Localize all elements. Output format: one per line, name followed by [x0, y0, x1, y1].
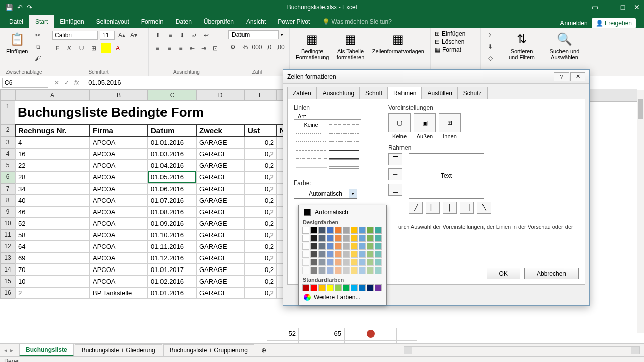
color-swatch[interactable] — [375, 243, 382, 250]
border-hmid-icon[interactable]: ─ — [388, 168, 403, 180]
maximize-icon[interactable]: □ — [616, 0, 630, 14]
color-swatch[interactable] — [375, 235, 382, 242]
color-swatch[interactable] — [343, 267, 350, 274]
cell-E15[interactable]: 0,2 — [245, 276, 277, 287]
cell-D11[interactable]: GARAGE — [196, 229, 245, 241]
tab-seitenlayout[interactable]: Seitenlayout — [90, 15, 135, 28]
col-B[interactable]: B — [90, 89, 148, 101]
cell-C13[interactable]: 01.12.2016 — [148, 252, 196, 264]
sheet-tab-1[interactable]: Buchungsliste — [19, 344, 74, 356]
color-swatch[interactable] — [302, 235, 309, 242]
cell-H15[interactable]: 65 — [299, 328, 344, 341]
color-swatch[interactable] — [327, 243, 334, 250]
number-format-dropdown[interactable]: Datum — [228, 30, 279, 39]
color-swatch[interactable] — [359, 259, 366, 266]
row-5[interactable]: 5 — [0, 160, 15, 171]
col-C[interactable]: C — [148, 89, 196, 101]
format-painter-icon[interactable]: 🖌 — [33, 53, 43, 63]
color-swatch[interactable] — [302, 284, 309, 291]
insert-cells-button[interactable]: ⊞ Einfügen — [435, 30, 476, 37]
underline-button[interactable]: U — [76, 43, 87, 53]
cell-A12[interactable]: 64 — [15, 241, 90, 252]
border-diag2-icon[interactable]: ╲ — [477, 202, 491, 214]
inc-decimal-icon[interactable]: ,0 — [264, 42, 274, 52]
color-swatch[interactable] — [302, 251, 309, 258]
cell-B9[interactable]: APCOA — [90, 206, 148, 218]
cell-A15[interactable]: 10 — [15, 276, 90, 287]
cell-A14[interactable]: 70 — [15, 264, 90, 276]
color-swatch[interactable] — [359, 284, 366, 291]
qat-redo-icon[interactable]: ↷ — [27, 4, 32, 11]
cell-B11[interactable]: APCOA — [90, 229, 148, 241]
color-swatch[interactable] — [302, 259, 309, 266]
shrink-font-icon[interactable]: A▾ — [129, 30, 139, 40]
vertical-scrollbar[interactable] — [638, 99, 643, 119]
color-automatic-option[interactable]: Automatisch — [301, 207, 384, 217]
cell-C6[interactable]: 01.05.2016 — [148, 171, 196, 183]
color-swatch[interactable] — [343, 235, 350, 242]
inc-indent-icon[interactable]: ⇥ — [199, 43, 208, 53]
currency-icon[interactable]: ⚙ — [228, 42, 238, 52]
dec-indent-icon[interactable]: ⇤ — [187, 43, 197, 53]
color-swatch[interactable] — [359, 243, 366, 250]
cell-B7[interactable]: APCOA — [90, 183, 148, 195]
minimize-icon[interactable]: — — [602, 0, 616, 14]
border-left-icon[interactable]: ▏ — [426, 202, 440, 214]
clear-icon[interactable]: ◇ — [485, 53, 495, 63]
color-swatch[interactable] — [335, 235, 342, 242]
cell-D9[interactable]: GARAGE — [196, 206, 245, 218]
format-cells-button[interactable]: ▦ Format — [435, 46, 476, 53]
anmelden-link[interactable]: Anmelden — [560, 20, 588, 27]
color-swatch[interactable] — [367, 251, 374, 258]
more-colors-option[interactable]: Weitere Farben... — [301, 292, 384, 303]
color-swatch[interactable] — [310, 284, 317, 291]
cell-B15[interactable]: APCOA — [90, 276, 148, 287]
align-top-icon[interactable]: ⬆ — [153, 30, 163, 40]
cell-D6[interactable]: GARAGE — [196, 171, 245, 183]
row-15[interactable]: 15 — [0, 276, 15, 287]
cell-E4[interactable]: 0,2 — [245, 148, 277, 160]
color-swatch[interactable] — [310, 259, 317, 266]
color-swatch[interactable] — [367, 227, 374, 234]
color-swatch[interactable] — [335, 259, 342, 266]
color-swatch[interactable] — [335, 243, 342, 250]
comma-icon[interactable]: 000 — [252, 42, 262, 52]
tab-einfuegen[interactable]: Einfügen — [54, 15, 90, 28]
hdr-datum[interactable]: Datum — [148, 124, 196, 137]
hdr-rechnungs-nr[interactable]: Rechnugs Nr. — [15, 124, 90, 137]
dlg-tab-schutz[interactable]: Schutz — [458, 87, 488, 99]
color-swatch[interactable] — [318, 251, 326, 258]
cut-icon[interactable]: ✂ — [33, 30, 43, 40]
color-swatch[interactable] — [327, 251, 334, 258]
cell-A8[interactable]: 40 — [15, 195, 90, 206]
color-swatch[interactable] — [310, 267, 317, 274]
cell-D15[interactable]: GARAGE — [196, 276, 245, 287]
cell-B16[interactable]: BP Tankstelle — [90, 287, 148, 299]
cell-A13[interactable]: 69 — [15, 252, 90, 264]
preset-inside[interactable]: ⊞ — [439, 113, 461, 132]
cell-B14[interactable]: APCOA — [90, 264, 148, 276]
cell-B3[interactable]: APCOA — [90, 137, 148, 148]
cell-D14[interactable]: GARAGE — [196, 264, 245, 276]
cell-A6[interactable]: 28 — [15, 171, 90, 183]
close-icon[interactable]: ✕ — [630, 0, 644, 14]
color-swatch[interactable] — [351, 267, 358, 274]
row-8[interactable]: 8 — [0, 195, 15, 206]
color-swatch[interactable] — [302, 243, 309, 250]
tab-start[interactable]: Start — [29, 15, 54, 28]
new-sheet-icon[interactable]: ⊕ — [255, 347, 272, 354]
row-16[interactable]: 16 — [0, 287, 15, 299]
cell-E13[interactable]: 0,2 — [245, 252, 277, 264]
color-swatch[interactable] — [327, 284, 334, 291]
color-swatch[interactable] — [351, 259, 358, 266]
color-swatch[interactable] — [310, 251, 317, 258]
color-dropdown[interactable]: Automatisch▾ — [294, 189, 357, 199]
cell-C9[interactable]: 01.08.2016 — [148, 206, 196, 218]
cell-E12[interactable]: 0,2 — [245, 241, 277, 252]
cell-D4[interactable]: GARAGE — [196, 148, 245, 160]
cell-D7[interactable]: GARAGE — [196, 183, 245, 195]
color-swatch[interactable] — [375, 284, 382, 291]
ribbon-options-icon[interactable]: ▭ — [588, 0, 602, 14]
color-swatch[interactable] — [375, 227, 382, 234]
row-1[interactable]: 1 — [0, 101, 15, 124]
